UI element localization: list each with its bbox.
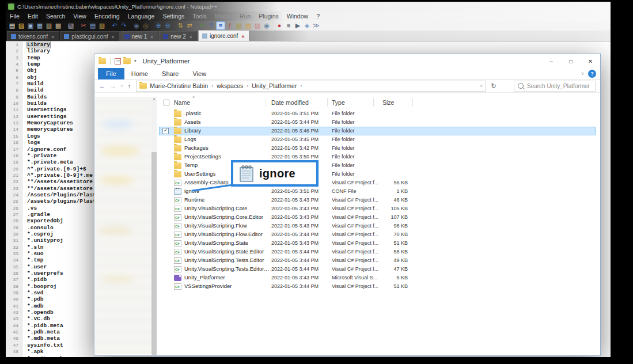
menu-item[interactable]: Search xyxy=(42,13,69,20)
folder-as-workspace-icon[interactable]: ▨ xyxy=(253,21,262,30)
zoom-in-icon[interactable]: ⊕ xyxy=(154,21,163,30)
expand-ribbon-chevron-icon[interactable]: ˅ xyxy=(581,71,584,77)
qat-customize-chevron-icon[interactable]: ▾ xyxy=(134,59,137,63)
file-row[interactable]: Packages 2022-01-05 3:42 PM File folder xyxy=(159,144,596,153)
properties-icon[interactable] xyxy=(115,58,121,65)
menu-item[interactable]: Settings xyxy=(158,13,188,20)
column-header-size[interactable]: Size xyxy=(382,99,394,106)
new-folder-icon[interactable] xyxy=(123,58,131,64)
menu-item[interactable]: File xyxy=(6,13,24,20)
file-row[interactable]: Unity.VisualScripting.Flow 2022-01-05 3:… xyxy=(159,222,596,230)
open-file-icon[interactable]: ▨ xyxy=(17,21,26,30)
file-row[interactable]: Assets 2022-01-05 3:44 PM File folder xyxy=(159,118,596,127)
menu-item[interactable]: Macro xyxy=(211,13,236,20)
new-file-icon[interactable]: ▤ xyxy=(7,21,17,30)
ribbon-tab[interactable]: File xyxy=(98,68,124,79)
tab-close-icon[interactable] xyxy=(50,33,55,40)
up-arrow-icon[interactable]: ↑ xyxy=(126,82,133,89)
function-list-icon[interactable]: ƒ xyxy=(225,21,234,30)
file-row[interactable]: Unity.VisualScripting.Flow.Editor 2022-0… xyxy=(159,230,596,239)
scrollbar-thumb[interactable] xyxy=(151,152,157,355)
file-row[interactable]: VSSettingsProvider 2022-01-05 3:44 PM Vi… xyxy=(159,282,596,291)
menu-item[interactable]: Encoding xyxy=(90,13,124,20)
print-icon[interactable]: ▧ xyxy=(66,21,75,30)
menu-item[interactable]: Language xyxy=(124,13,159,20)
stop-macro-icon[interactable]: ■ xyxy=(284,21,293,30)
save-macro-icon[interactable]: ◈ xyxy=(302,21,312,30)
address-dropdown-chevron-icon[interactable]: ˅ xyxy=(480,84,483,89)
close-file-icon[interactable]: ▥ xyxy=(44,21,54,30)
navigation-pane-blurred[interactable] xyxy=(95,97,151,354)
navigation-scrollbar[interactable]: ˄ xyxy=(151,97,157,354)
tab-close-icon[interactable] xyxy=(149,33,154,40)
file-row[interactable]: Runtime 2022-01-05 3:43 PM Visual C# Pro… xyxy=(159,196,596,204)
menu-item[interactable]: Run xyxy=(236,13,255,20)
file-row[interactable]: Unity.VisualScripting.Core.Editor 2022-0… xyxy=(159,213,596,222)
ribbon-tab[interactable]: View xyxy=(185,68,213,79)
file-row[interactable]: Logs 2022-01-05 3:45 PM File folder xyxy=(159,135,596,144)
menu-item[interactable]: Tools xyxy=(188,13,211,20)
column-separator[interactable] xyxy=(266,98,266,107)
close-all-icon[interactable]: ▩ xyxy=(54,21,63,30)
play-macro-icon[interactable]: ▶ xyxy=(293,21,302,30)
scrollbar-up-arrow-icon[interactable]: ˄ xyxy=(151,97,157,103)
select-all-checkbox[interactable] xyxy=(164,100,169,105)
file-monitoring-icon[interactable]: ◉ xyxy=(262,21,271,30)
file-row[interactable]: ProjectSettings 2022-01-05 3:50 PM File … xyxy=(159,153,596,161)
paste-icon[interactable]: ▥ xyxy=(97,21,107,30)
record-macro-icon[interactable]: ● xyxy=(275,21,284,30)
breadcrumb-segment[interactable]: Marie-Christine Babin xyxy=(150,82,217,89)
word-wrap-icon[interactable]: ↵ xyxy=(198,21,207,30)
forward-arrow-icon[interactable]: → xyxy=(109,82,117,89)
menu-item[interactable]: Window xyxy=(283,13,312,20)
file-row[interactable]: Unity.VisualScripting.State 2022-01-05 3… xyxy=(159,239,596,248)
file-row[interactable]: Assembly-CSharp Visual C# Project f... 5… xyxy=(159,179,596,187)
sync-scroll-vertical-icon[interactable]: ⇅ xyxy=(176,21,185,30)
document-tab[interactable]: tokens.conf xyxy=(7,31,59,41)
document-list-icon[interactable]: ▤ xyxy=(244,21,253,30)
column-header-name[interactable]: Name xyxy=(174,99,190,106)
maximize-button[interactable]: □ xyxy=(561,54,581,68)
search-input[interactable]: Search Unity_Platformer xyxy=(514,81,596,92)
copy-icon[interactable]: ▤ xyxy=(88,21,97,30)
replace-icon[interactable]: ◎ xyxy=(141,21,150,30)
breadcrumb-segment[interactable]: Unity_Platformer xyxy=(252,82,305,89)
document-tab[interactable]: ignore.conf xyxy=(198,30,249,41)
show-symbols-icon[interactable]: ¶ xyxy=(207,21,216,30)
redo-icon[interactable]: ↷ xyxy=(119,21,128,30)
help-icon[interactable]: ? xyxy=(588,70,596,78)
document-tab[interactable]: new 2 xyxy=(159,31,198,41)
save-all-icon[interactable]: ▦ xyxy=(35,21,44,30)
menu-item[interactable]: View xyxy=(69,13,90,20)
minimize-button[interactable]: – xyxy=(541,54,561,68)
tab-close-icon[interactable] xyxy=(111,33,116,40)
file-row[interactable]: UserSettings File folder xyxy=(159,170,596,179)
indent-guide-icon[interactable]: ≡ xyxy=(216,21,225,30)
tab-close-icon[interactable] xyxy=(188,33,194,40)
file-row[interactable]: Unity_Platformer 2022-01-05 3:43 PM Micr… xyxy=(159,274,596,282)
save-icon[interactable]: ▣ xyxy=(26,21,35,30)
sync-scroll-horizontal-icon[interactable]: ⇄ xyxy=(185,21,194,30)
document-map-icon[interactable]: ▥ xyxy=(234,21,244,30)
tab-close-icon[interactable] xyxy=(240,33,245,39)
menu-item[interactable]: ? xyxy=(312,13,324,20)
file-row[interactable]: ignore 2022-01-05 3:51 PM CONF File 1 KB xyxy=(159,187,596,196)
file-row[interactable]: Library 2022-01-05 3:46 PM File folder xyxy=(159,127,596,135)
file-row[interactable]: .plastic 2022-01-05 3:51 PM File folder xyxy=(159,109,596,118)
document-tab[interactable]: new 1 xyxy=(120,31,159,41)
file-row[interactable]: Unity.VisualScripting.Tests.Editor.Cust.… xyxy=(159,265,596,274)
find-icon[interactable]: ◉ xyxy=(132,21,141,30)
menu-item[interactable]: Edit xyxy=(24,13,42,20)
cut-icon[interactable]: ✂ xyxy=(79,21,88,30)
close-button[interactable]: ✕ xyxy=(581,54,600,68)
file-row[interactable]: Unity.VisualScripting.State.Editor 2022-… xyxy=(159,248,596,256)
column-separator[interactable] xyxy=(373,98,374,107)
row-checkbox[interactable] xyxy=(162,128,169,134)
ribbon-tab[interactable]: Home xyxy=(124,68,155,79)
file-row[interactable]: Temp File folder xyxy=(159,161,596,170)
refresh-icon[interactable]: ↻ xyxy=(488,82,499,90)
document-tab[interactable]: plasticgui.conf xyxy=(60,31,119,41)
address-bar[interactable]: Marie-Christine BabinwkspacesUnity_Platf… xyxy=(136,81,486,92)
file-row[interactable]: Unity.VisualScripting.Core 2022-01-05 3:… xyxy=(159,204,596,213)
back-arrow-icon[interactable]: ← xyxy=(98,82,107,89)
